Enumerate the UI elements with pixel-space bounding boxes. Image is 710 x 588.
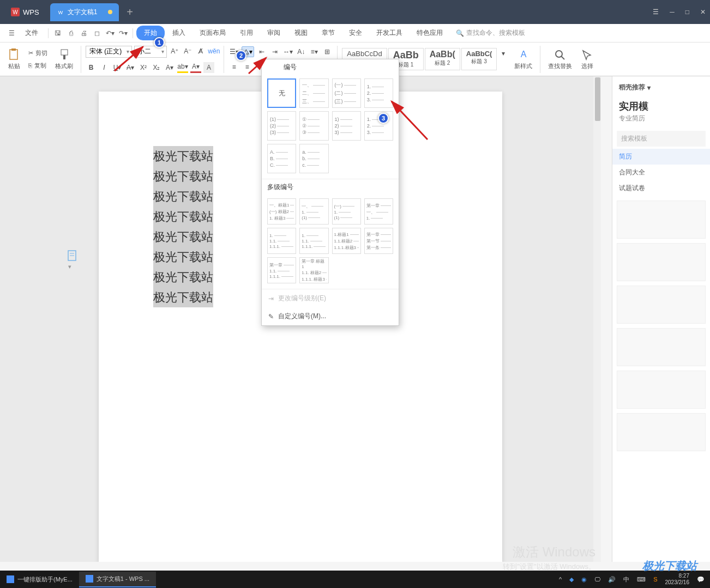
align-left-icon[interactable]: ≡: [228, 62, 239, 72]
increase-indent-icon[interactable]: ⇥: [269, 46, 280, 57]
multi-option-2[interactable]: 一、1.(1): [299, 198, 328, 225]
strikethrough-icon[interactable]: A▾: [125, 62, 136, 73]
vertical-scrollbar[interactable]: [593, 76, 601, 562]
borders-icon[interactable]: ⊞: [322, 46, 333, 57]
multi-option-9[interactable]: 第一章1.1.1.1.1.: [267, 257, 296, 283]
num-option-none[interactable]: 无: [267, 78, 296, 108]
scroll-thumb[interactable]: [595, 77, 600, 121]
template-thumb[interactable]: [617, 371, 706, 409]
task-item-2[interactable]: 文字文稿1 - WPS ...: [79, 572, 156, 587]
tab-chapter[interactable]: 章节: [315, 25, 341, 41]
tray-display-icon[interactable]: 🖵: [594, 576, 600, 583]
tray-security-icon[interactable]: ◉: [581, 576, 587, 583]
font-name-select[interactable]: 宋体 (正文): [86, 46, 132, 58]
tray-volume-icon[interactable]: 🔊: [608, 576, 616, 583]
font-size-select[interactable]: 小二: [134, 46, 167, 58]
file-menu[interactable]: 文件: [19, 25, 45, 41]
char-shading-icon[interactable]: A: [203, 62, 214, 73]
phonetic-icon[interactable]: wěn: [208, 46, 219, 57]
template-thumb[interactable]: [617, 201, 706, 239]
tray-chevron-icon[interactable]: ^: [559, 576, 562, 583]
char-scale-icon[interactable]: ↔▾: [282, 46, 293, 57]
hamburger-icon[interactable]: ☰: [5, 27, 17, 39]
cut-button[interactable]: ✂剪切: [26, 48, 50, 58]
line-spacing-icon[interactable]: ≡▾: [309, 46, 320, 57]
decrease-indent-icon[interactable]: ⇤: [256, 46, 267, 57]
template-search[interactable]: 搜索模板: [617, 131, 706, 147]
styles-more-icon[interactable]: ▾: [498, 48, 509, 59]
multi-option-8[interactable]: 第一章第一节第一条: [364, 228, 393, 254]
multi-option-3[interactable]: (一)1.(1): [332, 198, 361, 225]
template-thumb[interactable]: [617, 243, 706, 281]
right-tab-resume[interactable]: 简历: [612, 149, 710, 165]
save-icon[interactable]: 🖫: [52, 27, 64, 39]
num-option-half-paren[interactable]: 1)2)3): [332, 111, 361, 141]
tab-security[interactable]: 安全: [342, 25, 369, 41]
template-thumb[interactable]: [617, 328, 706, 366]
find-replace-button[interactable]: 查找替换: [548, 48, 572, 70]
num-option-paren[interactable]: (1)(2)(3): [267, 111, 296, 141]
text-effects-icon[interactable]: A▾: [164, 62, 175, 73]
right-tab-contract[interactable]: 合同大全: [612, 165, 710, 180]
chevron-down-icon[interactable]: ▾: [647, 84, 651, 92]
minimize-icon[interactable]: ─: [670, 8, 675, 16]
sort-icon[interactable]: A↓: [296, 46, 306, 57]
tab-review[interactable]: 审阅: [261, 25, 287, 41]
tab-insert[interactable]: 插入: [166, 25, 192, 41]
multi-option-5[interactable]: 1.1.1.1.1.1.: [267, 228, 296, 254]
tab-special[interactable]: 特色应用: [410, 25, 449, 41]
multi-option-10[interactable]: 第一章 标题11.1. 标题21.1.1. 标题3: [299, 257, 328, 283]
new-style-button[interactable]: A 新样式: [514, 48, 532, 70]
font-color-icon[interactable]: A▾: [190, 62, 201, 73]
tray-ime[interactable]: 中: [623, 575, 629, 584]
multi-option-7[interactable]: 1.标题11.1.标题21.1.1.标题3: [332, 228, 361, 254]
right-tab-exam[interactable]: 试题试卷: [612, 180, 710, 196]
undo-icon[interactable]: ↶▾: [104, 27, 116, 39]
multi-option-4[interactable]: 第一章一、1.: [364, 198, 393, 225]
paste-button[interactable]: 粘贴: [8, 48, 21, 70]
num-option-chinese[interactable]: 一、二、三、: [299, 78, 328, 108]
maximize-icon[interactable]: □: [685, 8, 689, 16]
redo-icon[interactable]: ↷▾: [117, 27, 129, 39]
format-painter-button[interactable]: 格式刷: [55, 48, 73, 70]
template-thumb[interactable]: [617, 413, 706, 451]
tray-cloud-icon[interactable]: ◆: [569, 576, 574, 583]
num-option-circled[interactable]: ①②③: [299, 111, 328, 141]
style-heading2[interactable]: AaBb( 标题 2: [425, 48, 460, 70]
superscript-icon[interactable]: X²: [138, 62, 149, 73]
decrease-font-icon[interactable]: A⁻: [182, 46, 193, 57]
close-icon[interactable]: ✕: [700, 8, 706, 16]
copy-button[interactable]: ⎘复制: [26, 60, 50, 71]
print-preview-icon[interactable]: ⎙: [65, 27, 77, 39]
print-icon[interactable]: 🖨: [78, 27, 90, 39]
style-heading3[interactable]: AaBbC( 标题 3: [461, 48, 497, 70]
underline-icon[interactable]: U▾: [112, 62, 123, 73]
italic-icon[interactable]: I: [99, 62, 110, 73]
multi-option-1[interactable]: 一、标题1(一) 标题21. 标题3: [267, 198, 296, 225]
wps-logo[interactable]: W WPS: [4, 4, 46, 20]
align-center-icon[interactable]: ≡: [242, 62, 252, 72]
template-thumb[interactable]: [617, 286, 706, 324]
subscript-icon[interactable]: X₂: [151, 62, 162, 73]
increase-font-icon[interactable]: A⁺: [169, 46, 180, 57]
bold-icon[interactable]: B: [86, 62, 97, 73]
num-option-chinese-paren[interactable]: (一)(二)(三): [332, 78, 361, 108]
tab-dev-tools[interactable]: 开发工具: [370, 25, 409, 41]
preview-icon[interactable]: ◻: [91, 27, 103, 39]
settings-icon[interactable]: ☰: [653, 8, 659, 16]
add-tab-button[interactable]: +: [127, 6, 133, 19]
num-option-upper-alpha[interactable]: A.B.C.: [267, 144, 296, 173]
highlight-icon[interactable]: ab▾: [177, 62, 188, 73]
multi-option-6[interactable]: 1.1.1.1.1.1.: [299, 228, 328, 254]
document-tab[interactable]: W 文字文稿1: [50, 3, 119, 21]
custom-number-item[interactable]: ✎ 自定义编号(M)...: [262, 307, 399, 325]
select-button[interactable]: 选择: [581, 48, 594, 70]
tab-view[interactable]: 视图: [288, 25, 314, 41]
clear-format-icon[interactable]: A̸: [195, 46, 206, 57]
num-option-arabic-dot[interactable]: 1.2.3.: [364, 78, 393, 108]
command-search[interactable]: 🔍 查找命令、搜索模板: [456, 28, 525, 38]
tab-page-layout[interactable]: 页面布局: [193, 25, 232, 41]
task-item-1[interactable]: 一键排版助手(MyE...: [0, 572, 79, 587]
num-option-lower-alpha[interactable]: a.b.c.: [299, 144, 328, 173]
tab-references[interactable]: 引用: [233, 25, 260, 41]
